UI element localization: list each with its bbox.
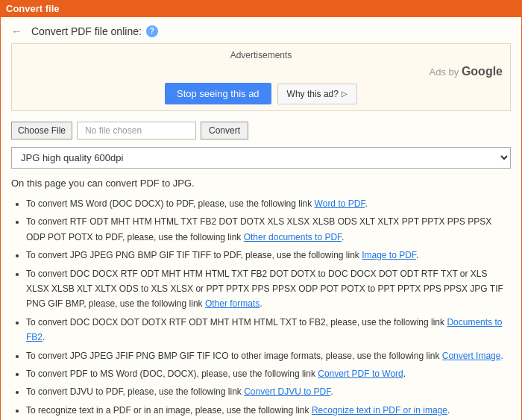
conversion-link[interactable]: Recognize text in PDF or in image [312,405,447,416]
top-bar: Convert file [0,0,522,17]
list-item: To convert DOC DOCX DOT DOTX RTF ODT MHT… [26,315,511,345]
ads-section: Advertisements Ads by Google Stop seeing… [11,43,511,111]
convert-button[interactable]: Convert [201,122,248,140]
conversion-link[interactable]: Convert PDF to Word [318,369,403,379]
file-name-display: No file chosen [77,122,196,140]
back-arrow[interactable]: ← [11,25,22,37]
ads-buttons: Stop seeing this ad Why this ad? ▷ [19,83,503,104]
conversion-link[interactable]: Documents to FB2 [26,317,502,342]
links-list: To convert MS Word (DOC DOCX) to PDF, pl… [11,196,511,418]
description: On this page you can convert PDF to JPG. [11,178,511,189]
list-item: To convert DJVU to PDF, please, use the … [26,384,511,399]
list-item: To convert JPG JPEG PNG BMP GIF TIF TIFF… [26,248,511,263]
list-item: To recognize text in a PDF or in an imag… [26,403,511,418]
conversion-link[interactable]: Convert DJVU to PDF [244,386,330,397]
conversion-links: To convert MS Word (DOC DOCX) to PDF, pl… [11,196,511,418]
main-container: ← Convert PDF file online: ? Advertiseme… [0,17,522,420]
heading-text: Convert PDF file online: [31,25,142,37]
ads-label: Advertisements [19,50,503,60]
conversion-link[interactable]: Other formats [205,298,260,309]
why-ad-button[interactable]: Why this ad? ▷ [277,84,357,104]
conversion-link[interactable]: Word to PDF [315,198,365,209]
conversion-link[interactable]: Convert Image [442,351,501,361]
list-item: To convert PDF to MS Word (DOC, DOCX), p… [26,366,511,381]
choose-file-button[interactable]: Choose File [11,122,72,140]
file-input-section: Choose File No file chosen Convert [11,122,511,140]
list-item: To convert JPG JPEG JFIF PNG BMP GIF TIF… [26,348,511,363]
format-select[interactable]: JPG high quality 600dpiJPG normal qualit… [11,147,511,169]
list-item: To convert MS Word (DOC DOCX) to PDF, pl… [26,196,511,211]
top-bar-label: Convert file [6,3,60,14]
help-icon[interactable]: ? [146,25,158,37]
conversion-link[interactable]: Image to PDF [362,250,416,260]
page-heading: ← Convert PDF file online: ? [11,25,511,37]
list-item: To convert RTF ODT MHT HTM HTML TXT FB2 … [26,214,511,245]
ads-by-google: Ads by Google [19,65,503,78]
stop-ad-button[interactable]: Stop seeing this ad [165,83,271,104]
conversion-link[interactable]: Other documents to PDF [244,232,342,242]
list-item: To convert DOC DOCX RTF ODT MHT HTM HTML… [26,266,511,312]
